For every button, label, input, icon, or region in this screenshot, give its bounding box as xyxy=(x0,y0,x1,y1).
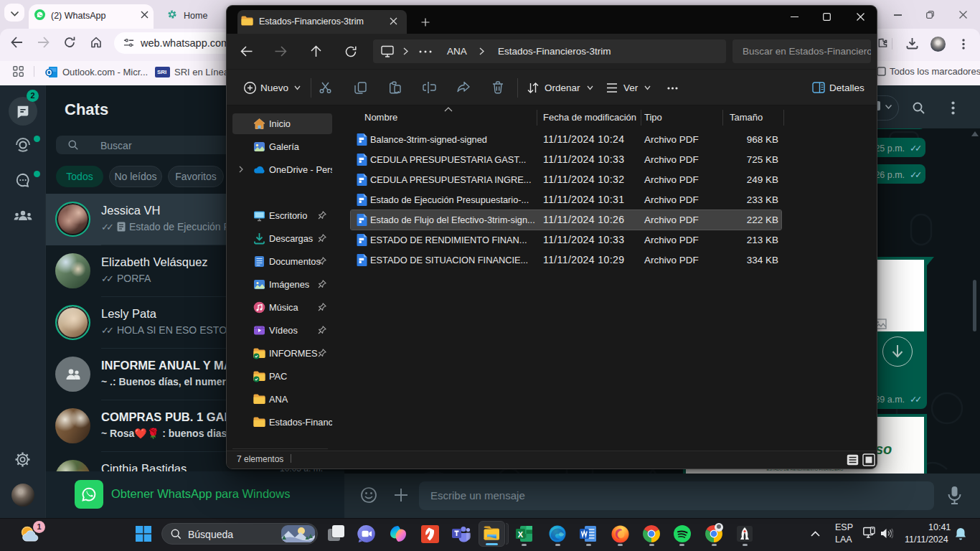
svg-text:X: X xyxy=(518,530,524,539)
